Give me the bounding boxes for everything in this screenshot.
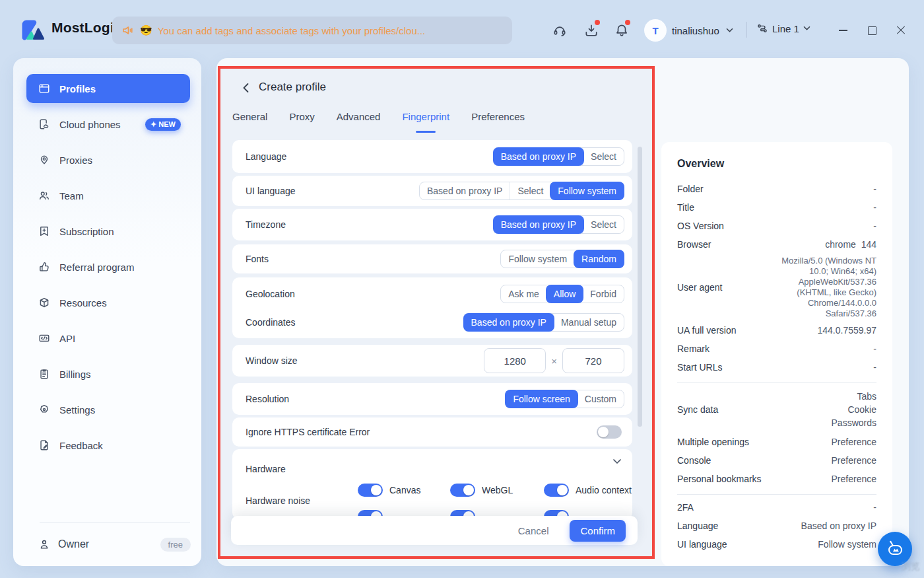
emoji-icon: 😎: [140, 24, 152, 36]
geolocation-allow[interactable]: Allow: [546, 285, 583, 303]
row-coordinates: Coordinates Based on proxy IP Manual set…: [232, 307, 632, 338]
sidebar-item-settings[interactable]: Settings: [26, 395, 190, 424]
sidebar-item-referral-program[interactable]: Referral program: [26, 252, 190, 281]
close-button[interactable]: [894, 24, 908, 37]
cancel-button[interactable]: Cancel: [514, 524, 553, 537]
download-notification-dot: [595, 20, 600, 25]
row-resolution: Resolution Follow screen Custom: [232, 383, 632, 415]
overview-row-multiple-openings: Multiple openings Preference: [677, 436, 876, 448]
sidebar-item-profiles[interactable]: Profiles: [26, 74, 190, 103]
watermark: 浏览: [902, 561, 920, 573]
overview-row-ua-full-version: UA full version 144.0.7559.97: [677, 324, 876, 336]
confirm-button[interactable]: Confirm: [570, 520, 626, 542]
hardware-noise-webgl: WebGL: [450, 484, 513, 497]
tab-preferences[interactable]: Preferences: [471, 111, 525, 129]
cloud-phone-icon: [38, 118, 50, 130]
minimize-button[interactable]: [836, 24, 850, 37]
tab-advanced[interactable]: Advanced: [337, 111, 381, 129]
line-chevron-down-icon: [803, 26, 810, 31]
sidebar-item-cloud-phones[interactable]: Cloud phones ✦ NEW: [26, 110, 190, 139]
sidebar-item-api[interactable]: API: [26, 324, 190, 353]
robot-icon: [884, 538, 906, 560]
overview-row-folder: Folder -: [677, 183, 876, 195]
tab-fingerprint[interactable]: Fingerprint: [402, 111, 449, 129]
language-select[interactable]: Select: [583, 148, 624, 165]
sidebar-item-proxies[interactable]: Proxies: [26, 145, 190, 174]
browser-window-icon: [38, 83, 50, 94]
overview-row-personal-bookmarks: Personal bookmarks Preference: [677, 473, 876, 485]
geolocation-forbid[interactable]: Forbid: [583, 285, 624, 303]
geolocation-segmented-control: Ask me Allow Forbid: [500, 285, 624, 303]
language-based-on-proxy-ip[interactable]: Based on proxy IP: [493, 147, 584, 166]
mostlogin-logo-icon: [18, 16, 49, 42]
new-badge: ✦ NEW: [145, 118, 181, 131]
announcement-banner[interactable]: 😎 You can add tags and associate tags wi…: [112, 17, 512, 44]
language-segmented-control: Based on proxy IP Select: [493, 147, 624, 166]
support-headset-button[interactable]: [550, 21, 569, 40]
line-selector[interactable]: Line 1: [756, 22, 810, 34]
coordinates-manual-setup[interactable]: Manual setup: [554, 314, 624, 331]
back-button[interactable]: [239, 81, 252, 94]
sidebar-item-team[interactable]: Team: [26, 181, 190, 210]
hardware-collapse-chevron-down-icon[interactable]: [612, 458, 622, 464]
timezone-segmented-control: Based on proxy IP Select: [493, 215, 624, 234]
window-height-input[interactable]: [562, 348, 624, 373]
overview-divider: [677, 382, 876, 383]
sidebar-item-resources[interactable]: Resources: [26, 288, 190, 317]
modal-footer: Cancel Confirm: [231, 516, 638, 545]
timezone-select[interactable]: Select: [583, 216, 624, 233]
form-scrollbar-thumb[interactable]: [638, 147, 642, 427]
page-title: Create profile: [259, 81, 326, 94]
free-plan-badge: free: [160, 538, 191, 552]
ignore-https-toggle[interactable]: [597, 425, 622, 439]
row-geolocation: Geolocation Ask me Allow Forbid: [232, 279, 632, 309]
row-ui-language: UI language Based on proxy IP Select Fol…: [232, 176, 632, 206]
sidebar-item-billings[interactable]: Billings: [26, 359, 190, 388]
row-window-size: Window size ×: [232, 345, 632, 377]
overview-row-2fa: 2FA -: [677, 501, 876, 513]
webgl-toggle[interactable]: [450, 484, 475, 497]
ui-language-select[interactable]: Select: [510, 182, 550, 199]
row-fonts: Fonts Follow system Random: [232, 244, 632, 273]
owner-row[interactable]: Owner free: [38, 531, 191, 558]
bell-notification-dot: [625, 20, 630, 25]
audio-context-toggle[interactable]: [544, 484, 569, 497]
overview-row-sync-data: Sync data Tabs Cookie Passwords: [677, 390, 876, 429]
clipboard-icon: [38, 368, 50, 380]
box-3d-icon: [38, 297, 50, 308]
ui-language-based-on-proxy-ip[interactable]: Based on proxy IP: [420, 182, 510, 199]
tab-proxy[interactable]: Proxy: [289, 111, 314, 129]
owner-label: Owner: [58, 538, 89, 550]
resolution-segmented-control: Follow screen Custom: [505, 390, 624, 408]
chevron-left-icon: [242, 83, 249, 93]
sidebar-item-feedback[interactable]: Feedback: [26, 431, 190, 460]
user-menu-chevron-down-icon[interactable]: [726, 28, 733, 33]
tab-general[interactable]: General: [232, 111, 267, 129]
window-width-input[interactable]: [484, 348, 546, 373]
fonts-follow-system[interactable]: Follow system: [501, 250, 574, 268]
ui-language-follow-system[interactable]: Follow system: [550, 182, 624, 200]
maximize-button[interactable]: [865, 24, 879, 37]
user-avatar[interactable]: T: [644, 19, 667, 42]
coordinates-based-on-proxy-ip[interactable]: Based on proxy IP: [463, 313, 554, 332]
location-pin-icon: [38, 154, 50, 166]
api-code-window-icon: [38, 332, 50, 344]
line-selector-label: Line 1: [772, 23, 799, 34]
notifications-bell-button[interactable]: [612, 21, 631, 40]
resolution-custom[interactable]: Custom: [578, 390, 624, 408]
fonts-random[interactable]: Random: [574, 250, 624, 268]
fonts-segmented-control: Follow system Random: [500, 250, 624, 268]
coordinates-segmented-control: Based on proxy IP Manual setup: [463, 313, 624, 332]
overview-divider: [677, 494, 876, 495]
overview-row-title: Title -: [677, 201, 876, 213]
resolution-follow-screen[interactable]: Follow screen: [505, 390, 578, 408]
timezone-based-on-proxy-ip[interactable]: Based on proxy IP: [493, 215, 584, 234]
download-button[interactable]: [582, 21, 601, 40]
sidebar: Profiles Cloud phones ✦ NEW Proxies Team: [13, 58, 201, 566]
sidebar-item-subscription[interactable]: Subscription: [26, 217, 190, 246]
geolocation-ask-me[interactable]: Ask me: [501, 285, 546, 303]
hardware-noise-canvas: Canvas: [358, 484, 420, 497]
canvas-toggle[interactable]: [358, 484, 383, 497]
line-network-icon: [756, 22, 768, 34]
overview-row-ui-language: UI language Follow system: [677, 538, 876, 550]
